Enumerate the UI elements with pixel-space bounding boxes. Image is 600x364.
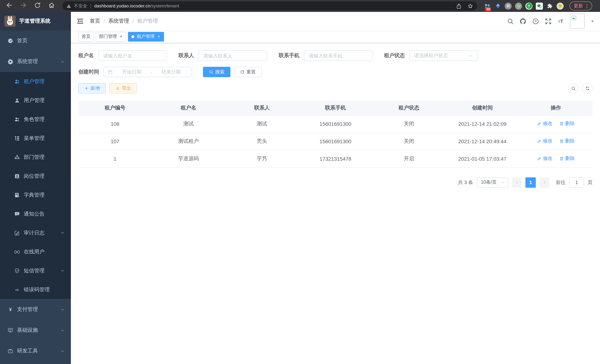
plus-icon: [84, 86, 89, 91]
chevron-down-icon: [60, 328, 65, 333]
sidebar-item-post[interactable]: 岗位管理: [0, 167, 71, 186]
sidebar-item-notice[interactable]: 通知公告: [0, 205, 71, 223]
chevron-down-icon: [60, 307, 65, 312]
cell-tenant-name: 测试: [152, 115, 225, 132]
search-icon: [571, 86, 576, 91]
close-icon[interactable]: ×: [157, 34, 161, 39]
date-range-separator: -: [151, 69, 152, 75]
cell-contact: 秃头: [225, 132, 299, 150]
caret-down-icon[interactable]: [590, 19, 594, 23]
chevron-right-icon: [542, 180, 547, 185]
delete-link[interactable]: 删除: [559, 138, 575, 145]
tab-dept[interactable]: 部门管理 ×: [96, 32, 126, 41]
tags-view-bar: 首页 部门管理 × 租户管理 ×: [71, 30, 600, 43]
sidebar-item-pay[interactable]: 支付管理: [0, 299, 71, 320]
close-icon[interactable]: ×: [119, 34, 123, 39]
edit-link[interactable]: 修改: [537, 138, 553, 145]
sidebar-item-dept[interactable]: 部门管理: [0, 148, 71, 167]
font-size-icon[interactable]: [557, 18, 564, 25]
browser-reload-button[interactable]: [32, 1, 43, 11]
browser-menu-kebab-icon[interactable]: [584, 3, 590, 9]
tab-home[interactable]: 首页: [78, 32, 94, 41]
cell-status: 关闭: [372, 115, 446, 132]
add-button[interactable]: 新增: [78, 83, 106, 93]
browser-forward-button[interactable]: [18, 1, 29, 11]
edit-link[interactable]: 修改: [537, 155, 553, 162]
extension-chat-icon[interactable]: [536, 2, 543, 9]
app-title: 芋道管理系统: [19, 18, 50, 25]
update-label: 更新: [574, 3, 583, 9]
github-icon[interactable]: [519, 18, 526, 25]
page-number-current[interactable]: 1: [525, 177, 536, 187]
export-button[interactable]: 导出: [110, 83, 137, 93]
toggle-search-button[interactable]: [568, 83, 579, 93]
fullscreen-icon[interactable]: [545, 18, 552, 25]
goto-page-input[interactable]: [569, 177, 584, 187]
bookmark-star-icon[interactable]: [467, 3, 473, 9]
next-page-button[interactable]: [540, 177, 549, 187]
refresh-icon: [585, 86, 590, 91]
tab-tenant[interactable]: 租户管理 ×: [128, 32, 164, 41]
sidebar-item-online-user[interactable]: 在线用户: [0, 242, 71, 261]
search-icon: [209, 70, 213, 74]
sidebar-item-sms[interactable]: 短信管理: [0, 261, 71, 280]
end-date-placeholder: 结束日期: [155, 69, 188, 75]
sidebar-item-role[interactable]: 角色管理: [0, 110, 71, 129]
search-icon[interactable]: [507, 18, 514, 25]
extension-kite-icon[interactable]: [494, 2, 501, 9]
sidebar-item-dict[interactable]: 字典管理: [0, 186, 71, 205]
col-status: 租户状态: [372, 101, 446, 115]
status-select[interactable]: 请选择租户状态: [409, 50, 478, 61]
refresh-button[interactable]: [582, 83, 593, 93]
extension-y-icon[interactable]: Y: [525, 2, 533, 9]
page-size-select[interactable]: 10条/页: [477, 177, 508, 187]
sidebar-item-system[interactable]: 系统管理: [0, 51, 71, 72]
active-dot: [131, 35, 134, 38]
chevron-down-icon: [60, 268, 65, 273]
share-icon[interactable]: [456, 3, 462, 9]
extension-green-dot-icon[interactable]: [515, 2, 522, 9]
sidebar-item-user[interactable]: 用户管理: [0, 91, 71, 110]
mobile-input[interactable]: [304, 50, 373, 61]
url-path: /system/tenant: [150, 3, 179, 9]
browser-update-button[interactable]: 更新: [570, 1, 592, 10]
extensions-puzzle-icon[interactable]: [546, 2, 553, 9]
start-date-placeholder: 开始日期: [115, 69, 148, 75]
profile-emoji-icon[interactable]: [557, 2, 564, 9]
sidebar-item-infra[interactable]: 基础设施: [0, 320, 71, 341]
reset-button[interactable]: 重置: [234, 67, 262, 77]
delete-link[interactable]: 删除: [559, 155, 575, 162]
collapse-sidebar-icon[interactable]: [76, 18, 84, 25]
address-bar[interactable]: 不安全 dashboard.yudao.iocoder.cn/system/te…: [62, 1, 477, 10]
extension-command-icon[interactable]: ⌘: [505, 2, 512, 9]
table-row: 107 测试租户 秃头 15601691300 关闭 2021-12-14 20…: [78, 132, 593, 150]
contact-input[interactable]: [198, 50, 267, 61]
table-row: 108 测试 测试 15601691300 关闭 2021-12-14 21:0…: [78, 115, 593, 132]
url-separator: [91, 3, 91, 8]
cell-create-time: 2021-12-14 21:02:09: [446, 115, 519, 132]
sidebar-item-tenant[interactable]: 租户管理: [0, 72, 71, 91]
prev-page-button[interactable]: [512, 177, 522, 187]
sidebar-item-devtools[interactable]: 研发工具: [0, 341, 71, 361]
create-time-range-picker[interactable]: 开始日期 - 结束日期: [103, 67, 191, 77]
browser-home-button[interactable]: [46, 1, 57, 11]
breadcrumb-system[interactable]: 系统管理: [108, 18, 129, 25]
menu-tree-icon: [14, 135, 20, 141]
chevron-up-icon: [60, 59, 65, 64]
tenant-name-input[interactable]: [98, 50, 167, 61]
sidebar-item-menu[interactable]: 菜单管理: [0, 129, 71, 148]
extension-grid-badge-icon[interactable]: 10: [484, 2, 491, 9]
edit-link[interactable]: 修改: [537, 121, 553, 127]
browser-back-button[interactable]: [4, 1, 15, 11]
breadcrumb-home[interactable]: 首页: [90, 18, 100, 25]
cell-tenant-id: 1: [78, 150, 152, 167]
search-button[interactable]: 搜索: [203, 67, 230, 77]
sidebar-item-error-code[interactable]: 错误码管理: [0, 280, 71, 299]
sidebar-logo[interactable]: 芋道管理系统: [0, 12, 71, 30]
delete-link[interactable]: 删除: [559, 121, 575, 127]
help-icon[interactable]: [532, 18, 539, 25]
sidebar-item-audit-log[interactable]: 审计日志: [0, 223, 71, 242]
cell-status: 开启: [372, 150, 446, 167]
avatar[interactable]: [570, 14, 585, 28]
sidebar-item-home[interactable]: 首页: [0, 30, 71, 51]
